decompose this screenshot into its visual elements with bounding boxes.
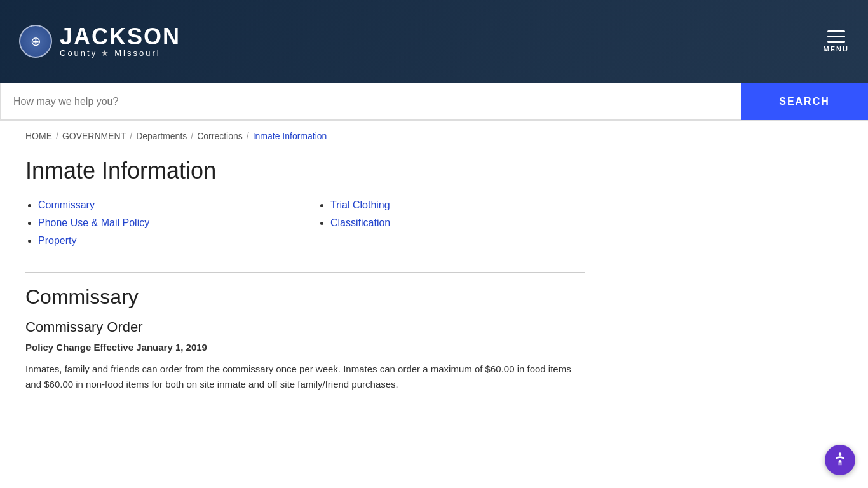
- search-section: SEARCH: [0, 83, 868, 121]
- breadcrumb-sep-3: /: [191, 131, 193, 141]
- breadcrumb-home[interactable]: HOME: [25, 131, 52, 141]
- menu-button[interactable]: MENU: [824, 30, 849, 53]
- logo-county-missouri-text: County ★ Missouri: [60, 48, 180, 58]
- commissary-section: Commissary Commissary Order Policy Chang…: [25, 285, 585, 392]
- county-seal: ⊕: [19, 25, 52, 58]
- breadcrumb-sep-1: /: [56, 131, 58, 141]
- commissary-subsection-title: Commissary Order: [25, 319, 585, 336]
- logo-area: ⊕ JACKSON County ★ Missouri: [19, 25, 180, 58]
- trial-clothing-link[interactable]: Trial Clothing: [330, 200, 390, 210]
- links-column-right: Trial Clothing Classification: [318, 200, 585, 253]
- breadcrumb-sep-4: /: [247, 131, 249, 141]
- logo-text: JACKSON County ★ Missouri: [60, 25, 180, 58]
- policy-date: Policy Change Effective January 1, 2019: [25, 342, 585, 353]
- county-label: County: [60, 48, 97, 58]
- left-link-list: Commissary Phone Use & Mail Policy Prope…: [25, 200, 292, 247]
- phone-mail-policy-link[interactable]: Phone Use & Mail Policy: [38, 217, 149, 228]
- commissary-section-title: Commissary: [25, 285, 585, 309]
- search-button[interactable]: SEARCH: [741, 83, 868, 120]
- section-divider: [25, 272, 585, 273]
- hamburger-bar-3: [827, 41, 845, 43]
- breadcrumb-departments[interactable]: Departments: [136, 131, 187, 141]
- list-item: Property: [38, 235, 292, 247]
- main-content: Inmate Information Commissary Phone Use …: [0, 151, 610, 417]
- menu-label: MENU: [824, 45, 849, 53]
- commissary-link[interactable]: Commissary: [38, 200, 95, 210]
- missouri-label: Missouri: [114, 48, 160, 58]
- hamburger-bar-1: [827, 30, 845, 32]
- commissary-body-text: Inmates, family and friends can order fr…: [25, 362, 585, 392]
- right-link-list: Trial Clothing Classification: [318, 200, 585, 229]
- list-item: Trial Clothing: [330, 200, 585, 211]
- search-input[interactable]: [1, 83, 741, 119]
- links-columns: Commissary Phone Use & Mail Policy Prope…: [25, 200, 585, 253]
- logo-jackson-text: JACKSON: [60, 25, 180, 48]
- links-column-left: Commissary Phone Use & Mail Policy Prope…: [25, 200, 292, 253]
- site-header: ⊕ JACKSON County ★ Missouri MENU: [0, 0, 868, 83]
- page-title: Inmate Information: [25, 158, 585, 184]
- hamburger-bar-2: [827, 36, 845, 37]
- classification-link[interactable]: Classification: [330, 217, 390, 228]
- breadcrumb-sep-2: /: [130, 131, 132, 141]
- star-separator: ★: [101, 48, 111, 58]
- breadcrumb: HOME / GOVERNMENT / Departments / Correc…: [0, 121, 868, 151]
- hamburger-icon: [827, 30, 845, 43]
- breadcrumb-corrections[interactable]: Corrections: [197, 131, 243, 141]
- property-link[interactable]: Property: [38, 235, 76, 246]
- breadcrumb-government[interactable]: GOVERNMENT: [62, 131, 126, 141]
- breadcrumb-current: Inmate Information: [253, 131, 327, 141]
- list-item: Classification: [330, 217, 585, 229]
- list-item: Phone Use & Mail Policy: [38, 217, 292, 229]
- search-input-wrapper: [0, 83, 741, 120]
- list-item: Commissary: [38, 200, 292, 211]
